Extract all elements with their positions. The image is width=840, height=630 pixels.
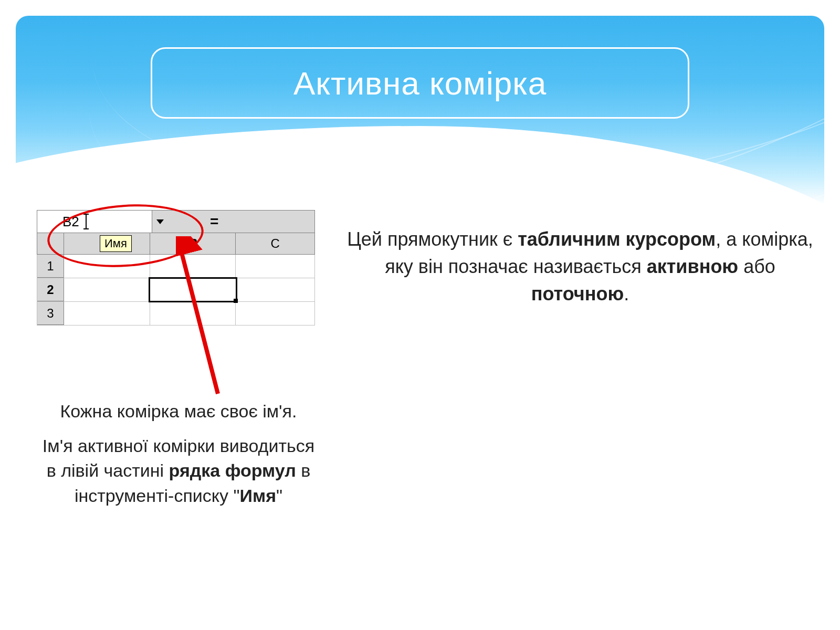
text-cursor-icon — [86, 215, 87, 228]
text-run: Цей прямокутник є — [347, 228, 518, 250]
slide-title: Активна комірка — [293, 65, 547, 102]
cell-c1[interactable] — [236, 255, 315, 278]
column-headers: B C — [37, 233, 315, 255]
grid-row: 2 — [37, 278, 315, 302]
text-bold: Имя — [240, 486, 276, 506]
paragraph-1: Кожна комірка має своє ім'я. — [37, 399, 320, 424]
bottom-explanation: Кожна комірка має своє ім'я. Ім'я активн… — [37, 399, 320, 508]
name-box-value: B2 — [62, 214, 79, 230]
cell-b1[interactable] — [150, 255, 236, 278]
cell-b2-active[interactable] — [149, 277, 237, 302]
formula-bar: B2 = — [37, 210, 315, 233]
cell-c2[interactable] — [236, 278, 315, 301]
slide: Активна комірка B2 = Имя B C 1 — [0, 0, 840, 630]
name-tooltip: Имя — [100, 235, 132, 252]
text-bold: поточною — [531, 283, 624, 304]
row-header-1[interactable]: 1 — [37, 255, 64, 278]
col-header-c[interactable]: C — [236, 233, 315, 254]
cell-c3[interactable] — [236, 302, 315, 325]
header-panel: Активна комірка — [16, 16, 824, 205]
name-box[interactable]: B2 — [37, 211, 168, 233]
row-header-2[interactable]: 2 — [37, 278, 64, 301]
excel-screenshot: B2 = Имя B C 1 2 — [37, 210, 315, 362]
equals-sign: = — [210, 213, 218, 230]
right-explanation: Цей прямокутник є табличним курсором, а … — [341, 226, 819, 308]
text-bold: рядка формул — [169, 460, 296, 480]
text-bold: табличним курсором — [518, 228, 716, 250]
cell-a3[interactable] — [64, 302, 150, 325]
paragraph-2: Ім'я активної комірки виводиться в лівій… — [37, 434, 320, 509]
corner-cell[interactable] — [37, 233, 64, 254]
grid-rows: 1 2 3 — [37, 255, 315, 326]
cell-a1[interactable] — [64, 255, 150, 278]
dropdown-caret-icon[interactable] — [152, 211, 168, 233]
cell-a2[interactable] — [64, 278, 150, 301]
row-header-3[interactable]: 3 — [37, 302, 64, 325]
text-run: . — [624, 283, 629, 304]
text-run: або — [738, 256, 775, 277]
text-run: " — [276, 486, 282, 506]
grid-row: 3 — [37, 302, 315, 326]
formula-equals: = — [168, 211, 314, 233]
title-chip: Активна комірка — [151, 47, 689, 119]
text-bold: активною — [647, 256, 738, 277]
col-header-b[interactable]: B — [150, 233, 236, 254]
cell-b3[interactable] — [150, 302, 236, 325]
grid-row: 1 — [37, 255, 315, 278]
